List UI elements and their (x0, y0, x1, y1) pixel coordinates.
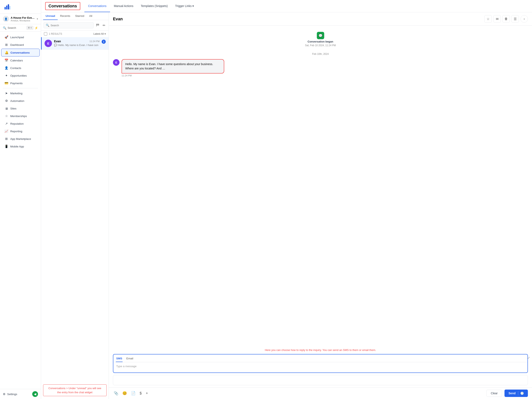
account-avatar: 👤 (3, 16, 9, 22)
account-location: Antalya, Muratpasa (11, 19, 35, 22)
green-status-button[interactable]: ◀ (32, 391, 38, 397)
sidebar-item-launchpad[interactable]: 🚀 Launchpad (1, 33, 40, 41)
sidebar-item-label: Contacts (10, 67, 21, 70)
sidebar-nav-primary: 🚀 Launchpad ⊞ Dashboard 🔔 Conversations … (0, 32, 41, 389)
attachment-icon[interactable]: 📎 (113, 390, 119, 396)
sidebar-item-label: Automation (10, 99, 24, 102)
chat-event-icon: 💬 (317, 32, 324, 39)
search-label: Search (8, 26, 25, 29)
sidebar-item-label: Memberships (10, 114, 27, 118)
conversation-list-panel: Unread Recents Starred All 🔍 ⛿ ✏ 1 RESUL… (41, 12, 109, 399)
sidebar-item-opportunities[interactable]: ✦ Opportunities (1, 72, 40, 79)
message-bubble: Hello. My name is Evan. I have some ques… (121, 59, 224, 74)
sidebar-item-label: Reporting (10, 130, 22, 133)
tab-manual-actions[interactable]: Manual Actions (110, 0, 137, 12)
event-label: Conversation began (308, 40, 333, 43)
send-divider (518, 391, 518, 395)
tab-templates[interactable]: Templates (Snippets) (137, 0, 171, 12)
chat-area: Evan ☆ ✉ 🗑 ☰ › 💬 Conversation began Sat,… (109, 12, 532, 399)
app-marketplace-icon: ⊞ (5, 137, 8, 141)
delete-button[interactable]: 🗑 (502, 15, 510, 23)
sidebar-item-automation[interactable]: ⚙ Automation (1, 97, 40, 105)
reply-box-wrapper: SMS Email Type a message ⤢ (109, 354, 532, 375)
reply-tab-sms[interactable]: SMS (116, 356, 123, 362)
chat-header-actions: ☆ ✉ 🗑 ☰ › (484, 15, 528, 23)
account-switcher[interactable]: 👤 A House For Every F... Antalya, Muratp… (0, 14, 41, 24)
reply-annotation: Here you can choose how to reply to the … (109, 346, 532, 354)
sort-dropdown[interactable]: Latest-All ▾ (93, 32, 106, 35)
tab-conversations[interactable]: Conversations (84, 0, 110, 12)
conversation-list-header: 1 RESULTS Latest-All ▾ (41, 31, 109, 37)
sidebar-item-app-marketplace[interactable]: ⊞ App Marketplace (1, 135, 40, 143)
settings-icon: ⚙ (3, 393, 6, 396)
circle-arrow-button[interactable]: › (520, 15, 528, 23)
conversation-item[interactable]: E Evan 11:24 PM 💬 Hello. My name is Evan… (41, 37, 109, 50)
event-time: Sat, Feb 10 2024, 11:24 PM (305, 44, 336, 47)
email-button[interactable]: ✉ (493, 15, 501, 23)
reputation-icon: ↗ (5, 122, 8, 126)
topbar: Conversations Conversations Manual Actio… (41, 0, 532, 12)
subtab-all[interactable]: All (87, 12, 95, 20)
sidebar-item-sites[interactable]: 🖥 Sites (1, 105, 40, 112)
sidebar-item-memberships[interactable]: ☆ Memberships (1, 112, 40, 120)
sidebar-item-reputation[interactable]: ↗ Reputation (1, 120, 40, 127)
conversation-search-input[interactable] (51, 24, 91, 27)
settings-label: Settings (7, 393, 17, 396)
account-name: A House For Every F... (11, 16, 35, 19)
sidebar-item-label: Marketing (10, 92, 22, 95)
sidebar-item-contacts[interactable]: 👤 Contacts (1, 64, 40, 72)
sidebar-item-calendars[interactable]: 📅 Calendars (1, 57, 40, 64)
search-shortcut: ⌘ K (26, 26, 33, 30)
sidebar-item-label: Reputation (10, 122, 24, 125)
add-icon[interactable]: + (145, 390, 149, 396)
search-input-wrap[interactable]: 🔍 (44, 22, 94, 28)
sidebar-item-payments[interactable]: 💳 Payments (1, 79, 40, 87)
send-arrow-icon[interactable]: 🕐 (519, 392, 524, 395)
tab-trigger-links[interactable]: Trigger Links ▾ (171, 0, 197, 12)
reply-box: SMS Email Type a message (113, 354, 528, 373)
compose-area[interactable] (113, 375, 528, 385)
star-button[interactable]: ☆ (484, 15, 492, 23)
automation-icon: ⚙ (5, 99, 8, 103)
payment-icon[interactable]: $ (139, 390, 142, 396)
sidebar-item-conversations[interactable]: 🔔 Conversations (1, 49, 40, 57)
subtab-unread[interactable]: Unread (43, 12, 58, 20)
chat-contact-name: Evan (113, 17, 123, 21)
memberships-icon: ☆ (5, 114, 8, 118)
sidebar-item-dashboard[interactable]: ⊞ Dashboard (1, 41, 40, 49)
compose-icon[interactable]: ✏ (102, 23, 106, 28)
list-header-left: 1 RESULTS (44, 32, 62, 36)
sites-icon: 🖥 (5, 107, 8, 110)
filter-icon[interactable]: ⛿ (95, 23, 100, 28)
reply-tab-email[interactable]: Email (126, 356, 134, 362)
sidebar-item-reporting[interactable]: 📈 Reporting (1, 127, 40, 135)
date-divider: Feb 10th, 2024 (113, 53, 528, 56)
conversation-list: E Evan 11:24 PM 💬 Hello. My name is Evan… (41, 37, 109, 381)
send-button[interactable]: Send 🕐 (505, 390, 528, 397)
conv-item-body: Evan 11:24 PM 💬 Hello. My name is Evan. … (54, 40, 100, 47)
sidebar-item-settings[interactable]: ⚙ Settings (3, 393, 17, 396)
chevron-down-icon: ▾ (192, 4, 194, 8)
template-icon[interactable]: 📄 (130, 390, 136, 396)
sidebar-search[interactable]: 🔍 Search ⌘ K ⚡ (0, 24, 41, 32)
svg-rect-0 (5, 7, 6, 9)
conv-preview: 💬 Hello. My name is Evan. I have son (54, 44, 100, 47)
menu-button[interactable]: ☰ (512, 15, 519, 23)
msg-icon-wrap: Hello. My name is Evan. I have some ques… (121, 59, 224, 77)
sidebar-item-mobile-app[interactable]: 📱 Mobile App (1, 143, 40, 150)
reporting-icon: 📈 (5, 129, 8, 133)
sort-label: Latest-All (93, 32, 104, 35)
clear-button[interactable]: Clear (486, 390, 502, 397)
reply-input[interactable]: Type a message (113, 362, 527, 373)
sidebar-item-marketing[interactable]: ➤ Marketing (1, 89, 40, 97)
unread-badge: 1 (102, 40, 106, 44)
select-all-checkbox[interactable] (44, 32, 47, 36)
emoji-icon[interactable]: 😊 (121, 390, 128, 396)
subtab-starred[interactable]: Starred (73, 12, 87, 20)
chevron-down-icon: ▾ (37, 18, 38, 20)
expand-icon[interactable]: ⤢ (527, 356, 530, 359)
search-icon: 🔍 (46, 24, 49, 27)
chat-messages: 💬 Conversation began Sat, Feb 10 2024, 1… (109, 26, 532, 346)
launchpad-icon: 🚀 (5, 35, 8, 39)
subtab-recents[interactable]: Recents (58, 12, 73, 20)
